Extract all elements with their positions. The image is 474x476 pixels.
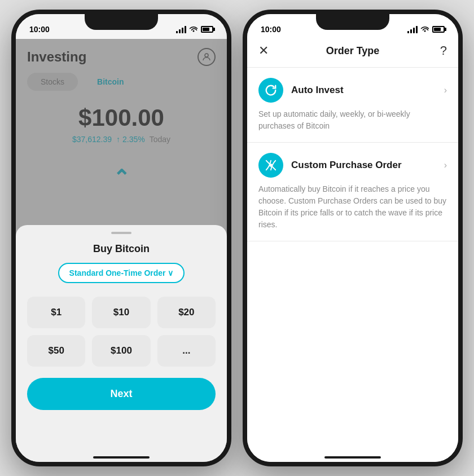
time-left: 10:00 [29, 25, 50, 34]
amount-btn-20[interactable]: $20 [157, 297, 216, 328]
signal-icon [176, 26, 186, 33]
amount-btn-50[interactable]: $50 [27, 335, 85, 367]
order-type-button[interactable]: Standard One-Time Order ∨ [58, 263, 185, 283]
auto-invest-chevron: › [444, 85, 447, 95]
amount-grid: $1 $10 $20 $50 $100 ... [27, 297, 216, 367]
auto-invest-name: Auto Invest [291, 85, 344, 96]
amount-btn-more[interactable]: ... [157, 335, 216, 367]
custom-order-chevron: › [444, 160, 447, 170]
custom-order-option[interactable]: Custom Purchase Order › Automatically bu… [247, 143, 458, 241]
battery-icon [201, 26, 213, 33]
status-icons-left [176, 26, 213, 33]
bottom-sheet: Buy Bitcoin Standard One-Time Order ∨ $1… [16, 225, 227, 462]
custom-order-icon [258, 153, 283, 178]
close-button[interactable]: ✕ [258, 43, 276, 58]
wifi-icon-right [420, 26, 429, 33]
sheet-title: Buy Bitcoin [27, 243, 216, 255]
next-button[interactable]: Next [27, 378, 216, 410]
time-right: 10:00 [261, 25, 281, 34]
amount-btn-100[interactable]: $100 [92, 335, 150, 367]
home-indicator-right [324, 456, 381, 459]
svg-point-1 [270, 164, 272, 166]
wifi-icon [189, 26, 198, 33]
notch-right [316, 14, 389, 30]
custom-order-left: Custom Purchase Order [258, 153, 402, 178]
status-icons-right [407, 26, 445, 33]
left-phone-content: Investing Stocks Bitcoin $100.00 $37,612… [16, 39, 227, 462]
right-phone: 10:00 ✕ Order Type ? [243, 10, 463, 466]
auto-invest-main: Auto Invest › [258, 78, 447, 103]
auto-invest-icon [258, 78, 283, 103]
left-phone: 10:00 Investing [11, 10, 231, 466]
header-title: Order Type [326, 45, 380, 57]
battery-icon-right [432, 26, 445, 33]
sheet-handle [111, 232, 131, 234]
auto-invest-option[interactable]: Auto Invest › Set up automatic daily, we… [247, 68, 458, 143]
amount-btn-1[interactable]: $1 [27, 297, 85, 328]
order-type-label: Standard One-Time Order ∨ [69, 268, 174, 277]
help-button[interactable]: ? [429, 43, 447, 58]
signal-icon-right [407, 26, 418, 33]
custom-order-desc: Automatically buy Bitcoin if it reaches … [258, 183, 447, 231]
auto-invest-left: Auto Invest [258, 78, 344, 103]
custom-order-name: Custom Purchase Order [291, 160, 402, 171]
home-indicator-left [93, 456, 150, 459]
right-phone-content: ✕ Order Type ? Auto Invest › Set up au [247, 39, 458, 462]
auto-invest-desc: Set up automatic daily, weekly, or bi-we… [258, 108, 447, 132]
notch [85, 14, 158, 30]
custom-order-main: Custom Purchase Order › [258, 153, 447, 178]
order-type-header: ✕ Order Type ? [247, 39, 458, 68]
amount-btn-10[interactable]: $10 [92, 297, 150, 328]
